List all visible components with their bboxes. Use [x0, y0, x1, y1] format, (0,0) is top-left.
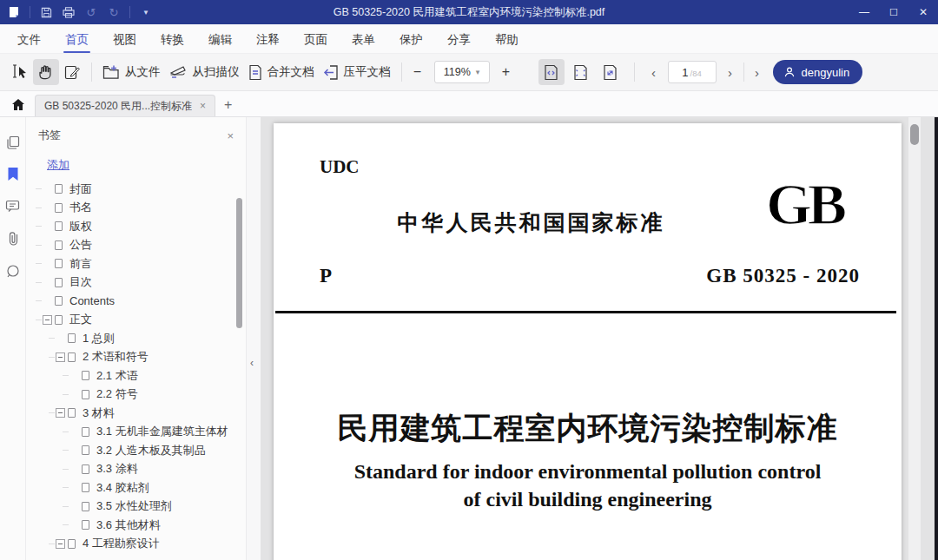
page-number-input[interactable]: 1 /84: [668, 61, 717, 83]
menu-item[interactable]: 视图: [101, 26, 149, 52]
document-viewer[interactable]: UDC 中华人民共和国国家标准 GB GB P GB 50325 - 2020 …: [261, 117, 938, 560]
collapse-expander-icon[interactable]: [43, 315, 52, 325]
page-thumbnails-icon[interactable]: [5, 135, 20, 149]
menu-item[interactable]: 页面: [292, 26, 340, 52]
chevron-down-icon: ▾: [476, 68, 480, 76]
menu-item[interactable]: 帮助: [483, 26, 531, 52]
select-tool-button[interactable]: [7, 59, 33, 85]
bookmark-label: 2 术语和符号: [83, 349, 149, 365]
bookmarks-panel: 书签 × 添加 封面 书名 版权: [26, 117, 246, 560]
add-bookmark-link[interactable]: 添加: [47, 157, 69, 173]
bookmark-label: 前言: [69, 256, 92, 272]
standard-heading: 中华人民共和国国家标准: [274, 208, 789, 237]
home-tab-button[interactable]: [7, 93, 30, 115]
bookmark-item[interactable]: 3.1 无机非金属建筑主体材: [26, 423, 246, 442]
bookmark-page-icon: [55, 315, 63, 325]
bookmark-item[interactable]: 正文: [26, 311, 246, 330]
customize-toolbar-caret-icon[interactable]: ▼: [139, 5, 153, 19]
document-scrollbar-track[interactable]: [908, 117, 921, 560]
actual-size-button[interactable]: [598, 59, 624, 85]
tree-connector: [63, 394, 69, 395]
comments-icon[interactable]: [5, 199, 20, 214]
bookmark-label: 目次: [69, 274, 92, 290]
maximize-button[interactable]: ☐: [879, 0, 908, 24]
menu-item[interactable]: 注释: [244, 26, 292, 52]
bookmark-item[interactable]: 前言: [26, 254, 246, 273]
bookmark-page-icon: [55, 296, 63, 306]
collapse-expander-icon[interactable]: [56, 408, 65, 418]
bookmark-page-icon: [55, 221, 63, 231]
minimize-button[interactable]: —: [849, 0, 879, 24]
bookmarks-panel-icon[interactable]: [5, 167, 20, 181]
panel-close-icon[interactable]: ×: [227, 129, 234, 142]
bookmark-item[interactable]: Contents: [26, 292, 246, 311]
tree-connector: [36, 226, 42, 227]
tree-connector: [36, 320, 42, 320]
bookmark-item[interactable]: 书名: [26, 199, 246, 218]
digital-signature-icon[interactable]: [5, 263, 20, 278]
bookmark-item[interactable]: 2.1 术语: [26, 366, 246, 385]
horizontal-rule: [275, 311, 896, 313]
bookmark-item[interactable]: 1 总则: [26, 329, 246, 348]
screen-edge: [935, 117, 938, 560]
bookmark-item[interactable]: 3.4 胶粘剂: [26, 478, 246, 497]
tree-connector: [49, 338, 55, 339]
zoom-in-button[interactable]: +: [497, 64, 516, 80]
undo-icon[interactable]: ↺: [84, 5, 98, 19]
zoom-out-button[interactable]: −: [408, 64, 427, 80]
zoom-level-select[interactable]: 119% ▾: [434, 61, 490, 83]
fit-width-button[interactable]: [538, 59, 565, 85]
create-from-file-button[interactable]: 从文件: [98, 59, 165, 85]
bookmark-page-icon: [55, 240, 63, 250]
bookmark-item[interactable]: 2.2 符号: [26, 385, 246, 405]
new-tab-button[interactable]: +: [224, 97, 232, 113]
bookmark-page-icon: [55, 184, 63, 194]
bookmark-item[interactable]: 4 工程勘察设计: [26, 535, 246, 554]
bookmark-page-icon: [82, 445, 89, 455]
next-page-button[interactable]: ›: [722, 65, 739, 80]
menu-item[interactable]: 分享: [435, 26, 483, 52]
save-icon[interactable]: [39, 5, 53, 19]
bookmark-item[interactable]: 版权: [26, 217, 246, 236]
document-tab[interactable]: GB 50325-2020 民用...控制标准 ×: [35, 95, 215, 116]
tree-connector: [49, 357, 55, 358]
redo-icon[interactable]: ↻: [107, 5, 121, 19]
bookmark-item[interactable]: 3.3 涂料: [26, 460, 246, 479]
bookmark-item[interactable]: 封面: [26, 180, 246, 199]
user-account-button[interactable]: dengyulin: [773, 60, 863, 84]
tab-close-icon[interactable]: ×: [200, 100, 206, 112]
navigation-rail: [0, 117, 26, 560]
bookmark-item[interactable]: 2 术语和符号: [26, 348, 246, 367]
bookmark-item[interactable]: 3 材料: [26, 404, 246, 423]
menu-item[interactable]: 保护: [387, 26, 435, 52]
bookmark-label: Contents: [69, 294, 115, 307]
menu-item[interactable]: 首页: [53, 26, 101, 52]
collapse-expander-icon[interactable]: [56, 352, 65, 362]
hand-tool-button[interactable]: [33, 59, 59, 85]
previous-page-button[interactable]: ‹: [645, 65, 663, 80]
print-icon[interactable]: [62, 5, 76, 19]
menu-item[interactable]: 表单: [340, 26, 387, 52]
flatten-document-button[interactable]: 压平文档: [319, 59, 395, 85]
bookmark-item[interactable]: 公告: [26, 236, 246, 255]
panel-scrollbar-thumb[interactable]: [236, 198, 242, 328]
bookmark-item[interactable]: 目次: [26, 273, 246, 293]
merge-documents-button[interactable]: 合并文档: [244, 59, 319, 85]
menu-item[interactable]: 文件: [5, 26, 53, 52]
menu-item[interactable]: 转换: [149, 26, 196, 52]
edit-tool-button[interactable]: [59, 59, 85, 85]
create-from-scanner-button[interactable]: 从扫描仪: [165, 59, 244, 85]
tree-connector: [63, 375, 69, 376]
collapse-expander-icon[interactable]: [56, 539, 65, 549]
menu-item[interactable]: 编辑: [196, 26, 244, 52]
bookmark-item[interactable]: 3.2 人造木板及其制品: [26, 441, 246, 460]
document-scrollbar-thumb[interactable]: [910, 124, 919, 145]
bookmark-item[interactable]: 3.6 其他材料: [26, 516, 246, 535]
fit-page-button[interactable]: [568, 59, 594, 85]
more-tools-chevron[interactable]: ›: [749, 65, 766, 80]
bookmark-item[interactable]: 3.5 水性处理剂: [26, 497, 246, 517]
attachments-icon[interactable]: [5, 231, 20, 246]
panel-collapse-handle[interactable]: ‹: [246, 117, 261, 560]
close-button[interactable]: ✕: [908, 0, 938, 24]
tree-connector: [36, 282, 42, 283]
